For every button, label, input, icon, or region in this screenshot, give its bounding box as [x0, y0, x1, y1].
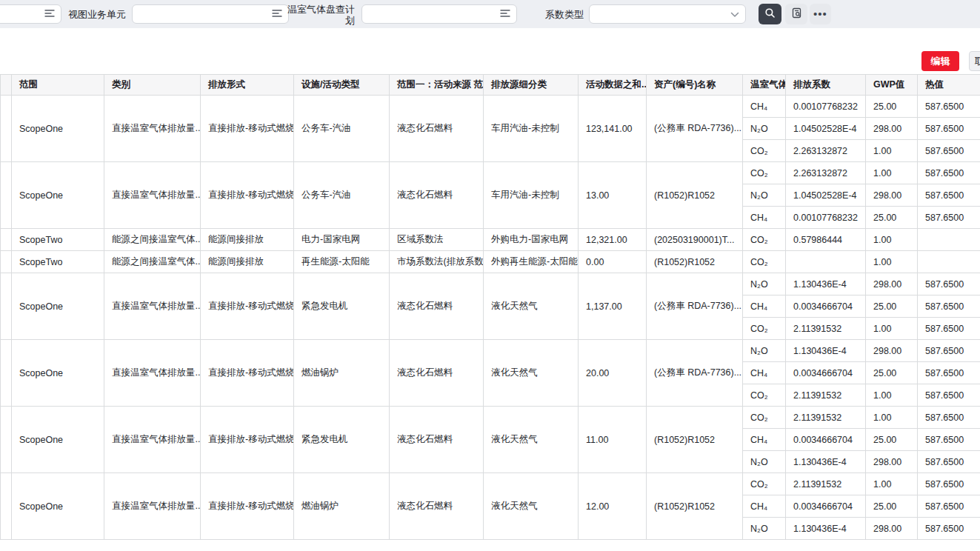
- greenhouse-gas-cell: CO₂: [743, 407, 786, 429]
- factor-type-label: 系数类型: [541, 9, 584, 20]
- source-subdivision-cell: 车用汽油-未控制: [484, 162, 579, 229]
- greenhouse-gas-cell: CO₂: [743, 229, 786, 251]
- greenhouse-gas-cell: CO₂: [743, 162, 786, 184]
- ellipsis-icon: •••: [813, 10, 827, 18]
- emission-factor-cell: 0.00107768232: [786, 207, 866, 229]
- scope-cell: ScopeOne: [12, 96, 104, 162]
- column-header-4: 范围一：活动来源 范...: [390, 75, 484, 96]
- table-row: ScopeOne直接温室气体排放量...直接排放-移动式燃烧紧急发电机液态化石燃…: [1, 273, 980, 295]
- first-filter-input[interactable]: [0, 4, 61, 24]
- facility-type-cell: 公务车-汽油: [294, 162, 390, 229]
- emission-factor-cell: 0.0034666704: [786, 495, 866, 518]
- table-row: ScopeOne直接温室气体排放量...直接排放-移动式燃烧紧急发电机液态化石燃…: [1, 407, 980, 429]
- heat-value-cell: 587.6500: [918, 140, 980, 162]
- heat-value-cell: 587.6500: [918, 162, 980, 184]
- gwp-value-cell: 1.00: [866, 473, 918, 495]
- greenhouse-gas-cell: N₂O: [743, 118, 786, 140]
- column-header-2: 排放形式: [201, 75, 294, 96]
- emission-factor-cell: 2.11391532: [786, 407, 866, 429]
- list-icon: [272, 7, 282, 21]
- table-row: ScopeOne直接温室气体排放量...直接排放-移动式燃烧燃油锅炉液态化石燃料…: [1, 340, 980, 362]
- heat-value-cell: 587.6500: [918, 473, 980, 495]
- heat-value-cell: 587.6500: [918, 518, 980, 540]
- gutter-cell: [1, 251, 12, 273]
- gwp-value-cell: 298.00: [866, 184, 918, 207]
- asset-name-cell: (R1052)R1052: [647, 473, 743, 540]
- emission-form-cell: 直接排放-移动式燃烧: [201, 340, 294, 407]
- category-cell: 直接温室气体排放量...: [104, 162, 201, 229]
- edit-button[interactable]: 编辑: [921, 51, 959, 71]
- scope-cell: ScopeOne: [12, 407, 104, 473]
- gwp-value-cell: 298.00: [866, 518, 918, 540]
- column-header-3: 设施/活动类型: [294, 75, 390, 96]
- column-header-10: GWP值: [866, 75, 918, 96]
- greenhouse-gas-cell: CO₂: [743, 473, 786, 495]
- heat-value-cell: 587.6500: [918, 96, 980, 118]
- source-subdivision-cell: 液化天然气: [484, 473, 579, 540]
- category-cell: 能源之间接温室气体...: [104, 251, 201, 273]
- emission-form-cell: 能源间接排放: [201, 229, 294, 251]
- table-row: ScopeOne直接温室气体排放量...直接排放-移动式燃烧公务车-汽油液态化石…: [1, 162, 980, 184]
- table-row: ScopeTwo能源之间接温室气体...能源间接排放电力-国家电网区域系数法外购…: [1, 229, 980, 251]
- gwp-value-cell: 298.00: [866, 118, 918, 140]
- column-header-5: 排放源细分类: [484, 75, 579, 96]
- asset-name-cell: (公務車 RDA-7736)...: [647, 96, 743, 162]
- greenhouse-gas-cell: CO₂: [743, 318, 786, 340]
- activity-data-sum-cell: 1,137.00: [579, 273, 647, 340]
- activity-source-cell: 区域系数法: [390, 229, 484, 251]
- gwp-value-cell: 298.00: [866, 273, 918, 295]
- scope-cell: ScopeOne: [12, 273, 104, 340]
- activity-data-sum-cell: 12,321.00: [579, 229, 647, 251]
- source-subdivision-cell: 外购再生能源-太阳能: [484, 251, 579, 273]
- greenhouse-gas-cell: CH₄: [743, 295, 786, 318]
- activity-data-sum-cell: 13.00: [579, 162, 647, 229]
- gwp-value-cell: 1.00: [866, 140, 918, 162]
- activity-source-cell: 市场系数法(排放系数...: [390, 251, 484, 273]
- asset-name-cell: (公務車 RDA-7736)...: [647, 340, 743, 407]
- gwp-value-cell: 25.00: [866, 429, 918, 451]
- scope-cell: ScopeTwo: [12, 229, 104, 251]
- heat-value-cell: 587.6500: [918, 407, 980, 429]
- column-header-9: 排放系数: [786, 75, 866, 96]
- heat-value-cell: 587.6500: [918, 495, 980, 518]
- emission-form-cell: 直接排放-移动式燃烧: [201, 162, 294, 229]
- heat-value-cell: 587.6500: [918, 207, 980, 229]
- category-cell: 直接温室气体排放量...: [104, 273, 201, 340]
- gutter-cell: [1, 96, 12, 162]
- business-unit-input[interactable]: [132, 4, 289, 24]
- table-header-row: 范围类别排放形式设施/活动类型范围一：活动来源 范...排放源细分类活动数据之和…: [1, 75, 980, 96]
- activity-source-cell: 液态化石燃料: [390, 273, 484, 340]
- gwp-value-cell: 25.00: [866, 295, 918, 318]
- facility-type-cell: 公务车-汽油: [294, 96, 390, 162]
- list-icon: [44, 7, 55, 21]
- activity-source-cell: 液态化石燃料: [390, 96, 484, 162]
- table-row: ScopeOne直接温室气体排放量...直接排放-移动式燃烧公务车-汽油液态化石…: [1, 96, 980, 118]
- emission-factor-cell: 2.11391532: [786, 384, 866, 407]
- document-search-icon: [791, 7, 802, 21]
- ghg-inventory-plan-input[interactable]: [361, 4, 517, 24]
- gwp-value-cell: 298.00: [866, 340, 918, 362]
- scope-cell: ScopeOne: [12, 162, 104, 229]
- cancel-button-partial[interactable]: 取: [969, 51, 980, 71]
- emission-factor-cell: [786, 251, 866, 273]
- chevron-down-icon: [730, 7, 739, 21]
- column-header-8: 温室气体: [743, 75, 786, 96]
- column-header-7: 资产(编号)名称: [647, 75, 743, 96]
- greenhouse-gas-cell: N₂O: [743, 184, 786, 207]
- column-header-11: 热值: [918, 75, 980, 96]
- emission-factor-cell: 0.57986444: [786, 229, 866, 251]
- greenhouse-gas-cell: CH₄: [743, 96, 786, 118]
- gutter-cell: [1, 407, 12, 473]
- category-cell: 能源之间接温室气体...: [104, 229, 201, 251]
- activity-source-cell: 液态化石燃料: [390, 162, 484, 229]
- table-row: ScopeOne直接温室气体排放量...直接排放-移动式燃烧燃油锅炉液态化石燃料…: [1, 473, 980, 495]
- heat-value-cell: 587.6500: [918, 318, 980, 340]
- scope-cell: ScopeOne: [12, 340, 104, 407]
- heat-value-cell: 587.6500: [918, 340, 980, 362]
- audit-log-button[interactable]: [785, 4, 807, 24]
- more-button[interactable]: •••: [810, 4, 831, 24]
- factor-type-select[interactable]: [589, 4, 746, 24]
- emission-factor-cell: 1.04502528E-4: [786, 184, 866, 207]
- gwp-value-cell: 1.00: [866, 162, 918, 184]
- search-button[interactable]: [759, 4, 781, 24]
